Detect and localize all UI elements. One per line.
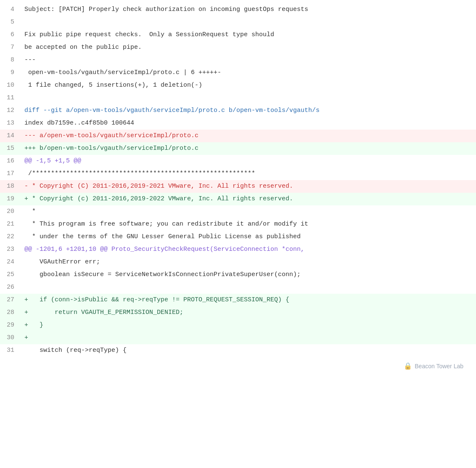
line-content: + } [21,319,476,332]
line-number: 7 [0,41,21,54]
line-content: +++ b/open-vm-tools/vgauth/serviceImpl/p… [21,142,476,155]
line-number: 20 [0,205,21,218]
code-line: 11 [0,92,476,104]
line-number: 5 [0,16,21,29]
line-number: 12 [0,104,21,117]
line-number: 8 [0,54,21,66]
code-line: 17 /************************************… [0,168,476,180]
line-content: + return VGAUTH_E_PERMISSION_DENIED; [21,306,476,319]
code-line: 9 open-vm-tools/vgauth/serviceImpl/proto… [0,66,476,79]
line-number: 4 [0,3,21,16]
line-number: 21 [0,218,21,231]
code-line: 10 1 file changed, 5 insertions(+), 1 de… [0,79,476,92]
code-line: 24 VGAuthError err; [0,256,476,269]
code-line: 29+ } [0,319,476,332]
line-content: 1 file changed, 5 insertions(+), 1 delet… [21,79,476,92]
line-content: - * Copyright (C) 2011-2016,2019-2021 VM… [21,180,476,193]
code-line: 28+ return VGAUTH_E_PERMISSION_DENIED; [0,306,476,319]
code-line: 27+ if (conn->isPublic && req->reqType !… [0,294,476,306]
code-line: 18- * Copyright (C) 2011-2016,2019-2021 … [0,180,476,193]
line-number: 30 [0,332,21,344]
line-number: 27 [0,294,21,306]
code-line: 25 gboolean isSecure = ServiceNetworkIsC… [0,269,476,281]
line-content: Fix public pipe request checks. Only a S… [21,29,476,41]
line-number: 14 [0,130,21,142]
line-content: be accepted on the public pipe. [21,41,476,54]
line-number: 23 [0,243,21,256]
code-line: 12diff --git a/open-vm-tools/vgauth/serv… [0,104,476,117]
line-content: /***************************************… [21,168,476,180]
line-number: 10 [0,79,21,92]
line-number: 22 [0,231,21,243]
line-number: 24 [0,256,21,269]
line-number: 11 [0,92,21,104]
code-line: 5 [0,16,476,29]
line-number: 17 [0,168,21,180]
code-line: 6Fix public pipe request checks. Only a … [0,29,476,41]
line-content: @@ -1,5 +1,5 @@ [21,155,476,168]
line-content: * [21,205,476,218]
line-number: 15 [0,142,21,155]
watermark-icon: 🔒 [404,362,412,370]
line-content: + [21,332,476,344]
watermark-text: Beacon Tower Lab [415,363,463,370]
line-content: Subject: [PATCH] Properly check authoriz… [21,3,476,16]
line-content: index db7159e..c4f85b0 100644 [21,117,476,130]
line-number: 16 [0,155,21,168]
line-number: 28 [0,306,21,319]
line-number: 19 [0,193,21,205]
line-content: + if (conn->isPublic && req->reqType != … [21,294,476,306]
line-content: gboolean isSecure = ServiceNetworkIsConn… [21,269,476,281]
code-line: 13index db7159e..c4f85b0 100644 [0,117,476,130]
watermark: 🔒 Beacon Tower Lab [0,362,476,370]
line-content: * under the terms of the GNU Lesser Gene… [21,231,476,243]
code-line: 23@@ -1201,6 +1201,10 @@ Proto_SecurityC… [0,243,476,256]
line-content: + * Copyright (c) 2011-2016,2019-2022 VM… [21,193,476,205]
line-content: open-vm-tools/vgauth/serviceImpl/proto.c… [21,66,476,79]
code-line: 26 [0,281,476,294]
line-content: @@ -1201,6 +1201,10 @@ Proto_SecurityChe… [21,243,476,256]
line-content: --- a/open-vm-tools/vgauth/serviceImpl/p… [21,130,476,142]
line-number: 13 [0,117,21,130]
line-number: 6 [0,29,21,41]
line-number: 29 [0,319,21,332]
code-line: 4Subject: [PATCH] Properly check authori… [0,3,476,16]
code-line: 8--- [0,54,476,66]
code-line: 21 * This program is free software; you … [0,218,476,231]
line-number: 31 [0,344,21,357]
code-line: 14--- a/open-vm-tools/vgauth/serviceImpl… [0,130,476,142]
line-number: 25 [0,269,21,281]
code-line: 15+++ b/open-vm-tools/vgauth/serviceImpl… [0,142,476,155]
line-number: 9 [0,66,21,79]
code-container: 4Subject: [PATCH] Properly check authori… [0,0,476,360]
code-line: 22 * under the terms of the GNU Lesser G… [0,231,476,243]
line-number: 18 [0,180,21,193]
line-content: diff --git a/open-vm-tools/vgauth/servic… [21,104,476,117]
code-line: 16@@ -1,5 +1,5 @@ [0,155,476,168]
code-line: 20 * [0,205,476,218]
line-content: --- [21,54,476,66]
line-content: * This program is free software; you can… [21,218,476,231]
line-number: 26 [0,281,21,294]
code-line: 7be accepted on the public pipe. [0,41,476,54]
code-line: 19+ * Copyright (c) 2011-2016,2019-2022 … [0,193,476,205]
code-line: 30+ [0,332,476,344]
line-content: VGAuthError err; [21,256,476,269]
code-line: 31 switch (req->reqType) { [0,344,476,357]
line-content: switch (req->reqType) { [21,344,476,357]
